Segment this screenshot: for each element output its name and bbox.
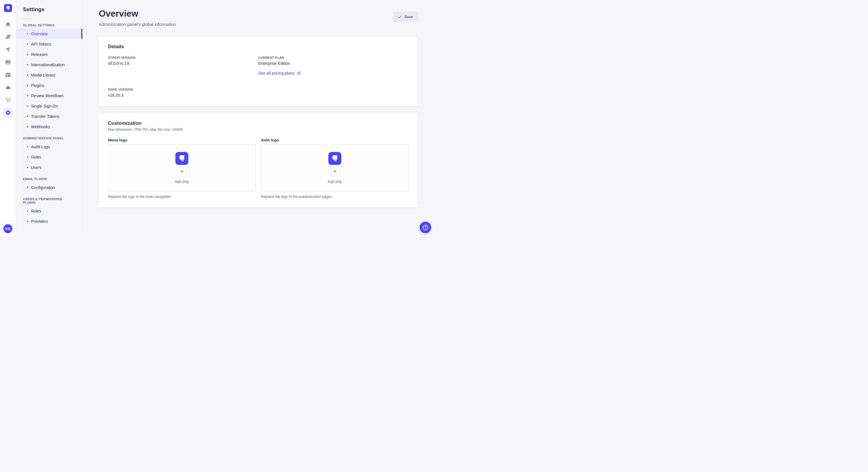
sidebar-item-label: Single Sign-On bbox=[31, 104, 58, 108]
bullet-icon bbox=[27, 157, 28, 158]
cart-icon bbox=[5, 97, 11, 103]
bullet-icon bbox=[27, 64, 28, 65]
plus-icon bbox=[180, 169, 184, 174]
app-window: KD Settings GLOBAL SETTINGS Overview API… bbox=[0, 0, 434, 236]
details-card: Details STRAPI VERSION v5.0.0-rc.19 CURR… bbox=[99, 37, 418, 106]
auth-logo-upload: Auth logo bbox=[261, 138, 409, 199]
customization-card-subtitle: Max dimension: 750×750, Max file size: 1… bbox=[108, 128, 409, 132]
sidebar-item-label: Roles bbox=[31, 209, 41, 213]
field-label: STRAPI VERSION bbox=[108, 56, 258, 59]
sidebar-title: Settings bbox=[23, 6, 82, 12]
sidebar-item-label: Roles bbox=[31, 155, 41, 160]
menu-logo-add-button[interactable] bbox=[177, 167, 187, 176]
bullet-icon bbox=[27, 221, 28, 222]
auth-logo-add-button[interactable] bbox=[330, 167, 340, 176]
section-label-email-plugin: EMAIL PLUGIN bbox=[23, 177, 75, 181]
sidebar-item-label: Releases bbox=[31, 52, 48, 57]
auth-logo-label: Auth logo bbox=[261, 138, 409, 142]
rail-icons bbox=[3, 16, 13, 118]
menu-logo-upload: Menu logo bbox=[108, 138, 256, 199]
rail-item-cart[interactable] bbox=[3, 95, 13, 105]
sidebar-item-label: Review Workflows bbox=[31, 94, 64, 98]
external-link-icon bbox=[297, 71, 301, 75]
bullet-icon bbox=[27, 210, 28, 212]
rail-item-images[interactable] bbox=[3, 57, 13, 67]
help-button[interactable]: ? bbox=[420, 222, 431, 233]
rail-item-paper-plane[interactable] bbox=[3, 44, 13, 55]
field-node-version: NODE VERSION v18.20.3 bbox=[108, 88, 258, 98]
sidebar-item-single-sign-on[interactable]: Single Sign-On bbox=[16, 101, 82, 111]
page-subtitle: Administration panel's global informatio… bbox=[99, 22, 176, 27]
section-label-global-settings: GLOBAL SETTINGS bbox=[23, 24, 75, 27]
question-mark-icon: ? bbox=[423, 225, 428, 230]
auth-logo-dropzone[interactable]: logo.png bbox=[261, 144, 409, 191]
bullet-icon bbox=[27, 116, 28, 117]
rail-item-feather[interactable] bbox=[3, 32, 13, 42]
rail-bottom: KD bbox=[0, 221, 16, 236]
sidebar-item-overview[interactable]: Overview bbox=[16, 29, 82, 39]
sidebar-item-label: Audit Logs bbox=[31, 144, 50, 149]
sidebar-item-audit-logs[interactable]: Audit Logs bbox=[16, 142, 82, 152]
page-title: Overview bbox=[99, 9, 176, 19]
sidebar-item-releases[interactable]: Releases bbox=[16, 49, 82, 60]
nav-rail: KD bbox=[0, 0, 16, 236]
field-value: v18.20.3 bbox=[108, 93, 258, 98]
cloud-icon bbox=[5, 84, 11, 91]
sidebar-item-label: Internationalization bbox=[31, 63, 65, 67]
customization-card: Customization Max dimension: 750×750, Ma… bbox=[99, 113, 418, 207]
bullet-icon bbox=[27, 105, 28, 107]
section-label-users-permissions-plugin: USERS & PERMISSIONS PLUGIN bbox=[23, 197, 75, 204]
save-button[interactable]: Save bbox=[393, 12, 418, 22]
field-label: CURRENT PLAN bbox=[258, 56, 409, 59]
bullet-icon bbox=[27, 167, 28, 168]
sidebar-item-label: Media Library bbox=[31, 73, 55, 77]
field-value: Enterprise Edition bbox=[258, 61, 409, 66]
sidebar-item-up-providers[interactable]: Providers bbox=[16, 216, 82, 227]
sidebar-item-api-tokens[interactable]: API Tokens bbox=[16, 39, 82, 49]
sidebar-item-transfer-tokens[interactable]: Transfer Tokens bbox=[16, 111, 82, 122]
plus-icon bbox=[333, 169, 337, 174]
sidebar-item-label: Transfer Tokens bbox=[31, 114, 60, 119]
sidebar-item-label: Configuration bbox=[31, 185, 55, 190]
menu-logo-filename: logo.png bbox=[175, 179, 189, 183]
sidebar-item-label: Overview bbox=[31, 32, 48, 36]
bullet-icon bbox=[27, 54, 28, 55]
strapi-logo[interactable] bbox=[0, 0, 16, 16]
main-content: Overview Administration panel's global i… bbox=[83, 0, 434, 236]
feather-icon bbox=[5, 34, 11, 40]
sidebar-item-internationalization[interactable]: Internationalization bbox=[16, 60, 82, 70]
sidebar-item-label: API Tokens bbox=[31, 42, 51, 46]
customization-card-title: Customization bbox=[108, 121, 409, 126]
menu-logo-dropzone[interactable]: logo.png bbox=[108, 144, 256, 191]
field-value: v5.0.0-rc.19 bbox=[108, 61, 258, 66]
avatar[interactable]: KD bbox=[3, 224, 12, 233]
rail-item-layout[interactable] bbox=[3, 70, 13, 80]
details-grid-spacer bbox=[258, 88, 409, 98]
rail-item-cloud[interactable] bbox=[3, 82, 13, 93]
bullet-icon bbox=[27, 126, 28, 127]
rail-item-home[interactable] bbox=[3, 19, 13, 30]
menu-logo-preview bbox=[175, 152, 188, 165]
strapi-logo-icon bbox=[4, 4, 12, 12]
home-icon bbox=[5, 21, 11, 28]
sidebar-item-media-library[interactable]: Media Library bbox=[16, 70, 82, 80]
sidebar-title-divider bbox=[23, 19, 32, 19]
auth-logo-preview bbox=[329, 152, 341, 165]
sidebar-item-up-roles[interactable]: Roles bbox=[16, 206, 82, 216]
bullet-icon bbox=[27, 43, 28, 45]
sidebar-item-webhooks[interactable]: Webhooks bbox=[16, 122, 82, 132]
sidebar-item-admin-roles[interactable]: Roles bbox=[16, 152, 82, 162]
field-label: NODE VERSION bbox=[108, 88, 258, 91]
sidebar-item-admin-users[interactable]: Users bbox=[16, 162, 82, 173]
sidebar-item-review-workflows[interactable]: Review Workflows bbox=[16, 91, 82, 101]
sidebar-item-email-configuration[interactable]: Configuration bbox=[16, 182, 82, 193]
sidebar-item-plugins[interactable]: Plugins bbox=[16, 80, 82, 91]
paper-plane-icon bbox=[5, 46, 11, 53]
rail-item-settings[interactable] bbox=[3, 107, 13, 118]
details-grid: STRAPI VERSION v5.0.0-rc.19 CURRENT PLAN… bbox=[108, 56, 409, 98]
pricing-plans-link[interactable]: See all pricing plans bbox=[258, 71, 301, 75]
details-card-title: Details bbox=[108, 44, 409, 49]
gear-icon bbox=[5, 109, 11, 116]
bullet-icon bbox=[27, 85, 28, 86]
auth-logo-filename: logo.png bbox=[328, 179, 342, 183]
